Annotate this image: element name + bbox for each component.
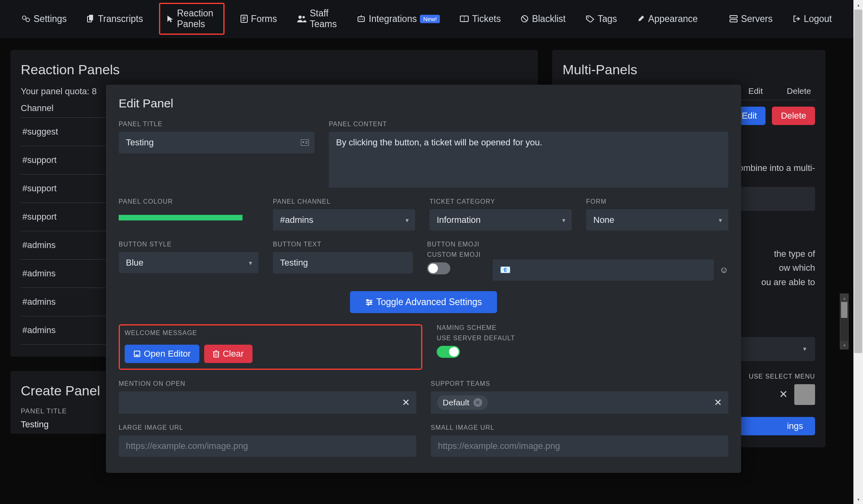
nav-integrations-label: Integrations — [369, 14, 417, 24]
panel-content-textarea[interactable]: By clicking the button, a ticket will be… — [329, 132, 728, 188]
inner-scroll-up-icon[interactable]: ▴ — [840, 294, 848, 302]
ticket-category-select[interactable]: Information — [430, 209, 572, 230]
button-style-label: BUTTON STYLE — [119, 241, 259, 248]
custom-emoji-label: CUSTOM EMOJI — [427, 251, 481, 258]
nav-logout[interactable]: Logout — [789, 11, 836, 27]
nav-blacklist-label: Blacklist — [532, 14, 565, 24]
nav-forms[interactable]: Forms — [237, 11, 281, 27]
tags-icon — [586, 15, 595, 22]
open-editor-label: Open Editor — [144, 349, 191, 359]
svg-point-12 — [360, 19, 361, 20]
svg-point-9 — [298, 16, 302, 19]
ticket-category-label: TICKET CATEGORY — [430, 198, 572, 205]
svg-point-30 — [367, 300, 368, 301]
cursor-icon — [167, 15, 174, 23]
trash-icon — [213, 350, 219, 357]
nav-tags-label: Tags — [598, 14, 617, 24]
svg-point-1 — [26, 18, 30, 22]
mention-clear-icon[interactable]: ✕ — [402, 397, 410, 408]
nav-tickets[interactable]: Tickets — [456, 11, 505, 27]
panel-channel-label: PANEL CHANNEL — [273, 198, 415, 205]
small-image-label: SMALL IMAGE URL — [431, 424, 728, 431]
multi-col-delete: Delete — [787, 86, 811, 96]
large-image-label: LARGE IMAGE URL — [119, 424, 416, 431]
svg-rect-26 — [305, 143, 308, 144]
panel-title-input[interactable] — [119, 132, 314, 153]
multi-col-edit: Edit — [748, 86, 763, 96]
nav-settings[interactable]: Settings — [18, 11, 71, 27]
nav-integrations[interactable]: Integrations New! — [353, 11, 444, 27]
id-card-icon — [301, 139, 309, 146]
nav-appearance[interactable]: Appearance — [633, 11, 702, 27]
nav-staff-teams[interactable]: Staff Teams — [293, 6, 341, 32]
emoji-input[interactable] — [493, 259, 714, 281]
nav-servers[interactable]: Servers — [726, 11, 776, 27]
button-text-input[interactable] — [273, 252, 413, 274]
open-editor-button[interactable]: Open Editor — [125, 345, 199, 363]
edit-panel-modal: Edit Panel PANEL TITLE PANEL CONTENT By … — [106, 85, 741, 473]
server-icon — [730, 15, 738, 22]
support-team-tag[interactable]: Default ✕ — [437, 395, 488, 410]
mention-on-open-input[interactable]: ✕ — [119, 391, 416, 414]
nav-appearance-label: Appearance — [648, 14, 698, 24]
multi-panels-title: Multi-Panels — [563, 62, 815, 77]
copy-icon — [87, 15, 95, 23]
svg-rect-34 — [135, 355, 139, 356]
scroll-down-arrow-icon[interactable]: ▾ — [853, 494, 863, 504]
button-style-select[interactable]: Blue — [119, 252, 259, 273]
mention-on-open-label: MENTION ON OPEN — [119, 380, 416, 387]
support-teams-input[interactable]: Default ✕ ✕ — [431, 391, 728, 414]
nav-blacklist[interactable]: Blacklist — [517, 11, 569, 27]
nav-settings-label: Settings — [34, 14, 67, 24]
brush-icon — [637, 15, 645, 23]
custom-emoji-toggle[interactable] — [427, 262, 450, 274]
use-server-default-label: USE SERVER DEFAULT — [437, 335, 728, 342]
support-team-tag-label: Default — [443, 398, 469, 407]
large-image-input[interactable] — [119, 435, 416, 457]
form-select[interactable]: None — [586, 209, 728, 230]
svg-point-31 — [370, 302, 372, 303]
panel-colour-label: PANEL COLOUR — [119, 198, 259, 205]
nav-servers-label: Servers — [741, 14, 772, 24]
form-label: FORM — [586, 198, 728, 205]
svg-rect-15 — [460, 16, 468, 22]
browser-scrollbar[interactable]: ▴ ▾ — [853, 0, 863, 504]
select-menu-box[interactable] — [794, 384, 815, 405]
clear-label: Clear — [223, 349, 244, 359]
teams-clear-icon[interactable]: ✕ — [714, 397, 722, 408]
small-image-input[interactable] — [431, 435, 728, 457]
nav-transcripts-label: Transcripts — [98, 14, 143, 24]
nav-logout-label: Logout — [804, 14, 832, 24]
clear-icon[interactable]: ✕ — [779, 388, 788, 401]
editor-icon — [133, 350, 141, 357]
sliders-icon — [365, 299, 373, 306]
use-server-default-toggle[interactable] — [437, 346, 460, 358]
clear-button[interactable]: Clear — [204, 345, 253, 363]
nav-tickets-label: Tickets — [472, 14, 501, 24]
inner-scroll-thumb[interactable] — [841, 302, 847, 318]
emoji-picker-icon[interactable]: ☺ — [720, 265, 728, 275]
inner-scrollbar[interactable]: ▴ ▾ — [840, 294, 849, 349]
svg-point-13 — [362, 19, 363, 20]
toggle-advanced-label: Toggle Advanced Settings — [376, 297, 482, 308]
panel-colour-swatch[interactable] — [119, 215, 243, 220]
scrollbar-thumb[interactable] — [854, 10, 862, 353]
nav-reaction-panels[interactable]: Reaction Panels — [159, 3, 225, 35]
panel-content-label: PANEL CONTENT — [329, 121, 728, 128]
scroll-up-arrow-icon[interactable]: ▴ — [853, 0, 863, 10]
toggle-advanced-button[interactable]: Toggle Advanced Settings — [350, 291, 497, 313]
nav-tags[interactable]: Tags — [582, 11, 621, 27]
multi-delete-button[interactable]: Delete — [772, 107, 815, 125]
nav-transcripts[interactable]: Transcripts — [83, 11, 147, 27]
modal-title: Edit Panel — [119, 97, 728, 110]
svg-rect-20 — [730, 16, 737, 18]
users-icon — [297, 15, 306, 22]
svg-point-32 — [368, 304, 369, 305]
gears-icon — [22, 15, 30, 22]
remove-tag-icon[interactable]: ✕ — [473, 398, 482, 407]
button-text-label: BUTTON TEXT — [273, 241, 413, 248]
svg-rect-3 — [89, 15, 93, 20]
panel-channel-select[interactable]: #admins — [273, 209, 415, 230]
top-nav: Settings Transcripts Reaction Panels For… — [0, 0, 853, 38]
inner-scroll-down-icon[interactable]: ▾ — [840, 341, 848, 349]
